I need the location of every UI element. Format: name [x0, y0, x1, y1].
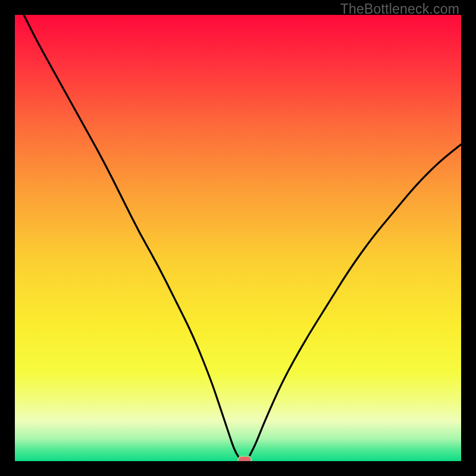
optimum-marker — [238, 456, 251, 461]
plot-area — [15, 15, 461, 461]
chart-frame: TheBottleneck.com — [0, 0, 476, 476]
gradient-background — [15, 15, 461, 461]
bottleneck-chart — [15, 15, 461, 461]
